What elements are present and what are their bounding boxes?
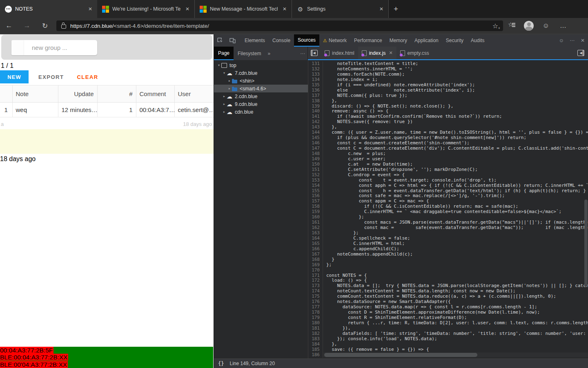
code-line[interactable]: 176 notes.dataSource = new Smart.DataAda… <box>308 299 588 305</box>
pretty-print-icon[interactable]: {} <box>218 361 224 366</box>
code-line[interactable]: 142 NOTES.save({ remove: true }) <box>308 119 588 125</box>
devtools-menu-icon[interactable]: ⋯ <box>567 38 577 43</box>
hscroll-thumb[interactable] <box>324 353 477 357</box>
line-number[interactable]: 131 <box>308 61 323 67</box>
favorites-hub-icon[interactable]: ☆ <box>503 22 520 30</box>
grid-header-index[interactable] <box>0 85 12 103</box>
code-line[interactable]: 182 dataFields: [ 'time: string', 'timeD… <box>308 331 588 337</box>
line-number[interactable]: 179 <box>308 315 323 321</box>
code-line[interactable]: 173 NOTES.data = []; try { NOTES.data = … <box>308 283 588 289</box>
tree-item-top[interactable]: ▾top <box>214 61 308 69</box>
tree-item-7.cdn.blue[interactable]: ▾☁7.cdn.blue <box>214 69 308 77</box>
table-row[interactable]: 1weq12 minutes…100:04:A3:7…cetin.sert@… <box>0 103 214 117</box>
code-line[interactable]: 149 c.user = user; <box>308 157 588 162</box>
line-number[interactable]: 184 <box>308 342 323 347</box>
add-favorite-icon[interactable]: ☆+ <box>492 22 500 30</box>
disclosure-closed-icon[interactable]: ▸ <box>222 94 227 98</box>
code-line[interactable]: 143 }, <box>308 125 588 130</box>
line-number[interactable]: 134 <box>308 77 323 83</box>
disclosure-closed-icon[interactable]: ▸ <box>222 110 227 114</box>
code-line[interactable]: 132 noteComments.innerHTML = ''; <box>308 67 588 72</box>
code-line[interactable]: 133 comms.forEach(NOTE.comm); <box>308 72 588 77</box>
line-number[interactable]: 183 <box>308 337 323 342</box>
line-number[interactable]: 133 <box>308 72 323 77</box>
code-line[interactable]: 179 const R = ShinTimeElement.relativeFo… <box>308 315 588 321</box>
browser-tab-4[interactable]: ⚙Settings✕ <box>292 0 389 18</box>
devtools-tab-memory[interactable]: Memory <box>386 34 411 47</box>
code-line[interactable]: 140 remove: async () => { <box>308 109 588 114</box>
devtools-tab-performance[interactable]: Performance <box>350 34 386 47</box>
code-line[interactable]: 146 const c = document.createElement('sh… <box>308 141 588 146</box>
code-line[interactable]: 172 load: () => { <box>308 278 588 283</box>
code-line[interactable]: 185 save: ({ remove = false } = {}) => { <box>308 347 588 352</box>
code-line[interactable]: 144 comm: ({ user = Z.user.name, time = … <box>308 130 588 135</box>
vscroll-thumb[interactable] <box>584 200 588 286</box>
export-button[interactable]: EXPORT <box>34 74 68 80</box>
code-line[interactable]: 141 if (!await smartConfirm.confirm(`Rem… <box>308 114 588 119</box>
disclosure-closed-icon[interactable]: ▸ <box>227 79 232 83</box>
code-line[interactable]: 171const NOTES = { <box>308 273 588 278</box>
mac-dropzone[interactable]: 00:04:A3:77:2B:5FBLE:00:04:A3:77:2B:XXBL… <box>0 347 213 368</box>
new-group-input[interactable] <box>24 40 97 55</box>
code-line[interactable]: 139 discard: () => { NOTE.set(); note.cl… <box>308 104 588 109</box>
code-line[interactable]: 155 const h = event.dataTransfer.getData… <box>308 188 588 194</box>
back-icon[interactable]: ← <box>0 22 18 30</box>
tab-close-icon[interactable]: ✕ <box>378 6 385 12</box>
code-line[interactable]: 167 noteComments.appendChild(c); <box>308 252 588 257</box>
code-line[interactable]: 135 if (i === undefined) note.removeAttr… <box>308 83 588 88</box>
inspect-element-icon[interactable] <box>214 34 226 47</box>
horizontal-scrollbar[interactable] <box>323 352 588 357</box>
grid-header-User[interactable]: User <box>174 85 214 103</box>
collapse-debugger-icon[interactable]: ◀ <box>577 50 584 56</box>
new-button[interactable]: NEW <box>0 70 29 83</box>
disclosure-closed-icon[interactable]: ▸ <box>222 102 227 106</box>
line-number[interactable]: 163 <box>308 231 323 236</box>
line-number[interactable]: 150 <box>308 162 323 167</box>
code-line[interactable]: 163 }; <box>308 231 588 236</box>
line-number[interactable]: 168 <box>308 257 323 263</box>
grid-header-#[interactable]: # <box>97 85 136 103</box>
line-number[interactable]: 153 <box>308 178 323 183</box>
line-number[interactable]: 154 <box>308 183 323 188</box>
code-line[interactable]: 153 const t = event.target; console.info… <box>308 178 588 183</box>
devtools-tab-network[interactable]: ⚠Network <box>319 34 350 47</box>
file-tab-index.html[interactable]: index.html <box>321 47 358 59</box>
tab-close-icon[interactable]: ✕ <box>87 6 94 12</box>
code-line[interactable]: 165 C.innerHTML = html; <box>308 241 588 247</box>
code-line[interactable]: 150 c.at = new Date(time); <box>308 162 588 167</box>
code-line[interactable]: 148 c.new = plus; <box>308 151 588 157</box>
devtools-close-icon[interactable]: ✕ <box>577 38 588 43</box>
code-line[interactable]: 170 <box>308 268 588 273</box>
code-line[interactable]: 157 const appm = C => mac => { <box>308 199 588 204</box>
code-line[interactable]: 151 C.setAttribute('dropzone', ''); mark… <box>308 167 588 173</box>
grid-header-Update[interactable]: Update <box>58 85 97 103</box>
code-line[interactable]: 158 if (!(C && C.isContentEditable)) ret… <box>308 204 588 209</box>
line-number[interactable]: 132 <box>308 67 323 72</box>
profile-avatar[interactable] <box>524 21 534 31</box>
code-line[interactable]: 166 c.appendChild(C); <box>308 247 588 252</box>
code-line[interactable]: 147 const C = document.createElement('di… <box>308 146 588 151</box>
code-line[interactable]: 134 note.index = i; <box>308 77 588 83</box>
devtools-tab-application[interactable]: Application <box>411 34 442 47</box>
browser-menu-icon[interactable]: … <box>555 22 572 29</box>
code-line[interactable]: 159 C.innerHTML += ` <mac draggable=true… <box>308 209 588 215</box>
tree-item-smart-4.6[interactable]: ▸<smart-4.6> <box>214 85 308 92</box>
file-tab-empty.css[interactable]: empty.css <box>396 47 433 59</box>
more-nav-tabs-icon[interactable]: » <box>265 47 273 60</box>
code-line[interactable]: 184 }, <box>308 342 588 347</box>
devtools-tab-audits[interactable]: Audits <box>467 34 488 47</box>
tab-close-icon[interactable]: ✕ <box>281 6 288 12</box>
line-number[interactable]: 182 <box>308 331 323 337</box>
tree-item-2.cdn.blue[interactable]: ▸☁2.cdn.blue <box>214 92 308 100</box>
devtools-tab-elements[interactable]: Elements <box>241 34 269 47</box>
code-line[interactable]: 169}; <box>308 263 588 268</box>
code-line[interactable]: 145 if (plus && document.querySelector('… <box>308 135 588 141</box>
line-number[interactable]: 180 <box>308 321 323 326</box>
devtools-feedback-icon[interactable]: ☺ <box>556 38 567 43</box>
clear-button[interactable]: CLEAR <box>73 74 102 80</box>
line-number[interactable]: 151 <box>308 167 323 173</box>
code-line[interactable]: 152 C.ondrop = event => { <box>308 173 588 178</box>
nav-overflow-icon[interactable]: ⋯ <box>298 47 307 60</box>
grid-header-Note[interactable]: Note <box>12 85 58 103</box>
new-tab-button[interactable]: + <box>389 0 403 18</box>
